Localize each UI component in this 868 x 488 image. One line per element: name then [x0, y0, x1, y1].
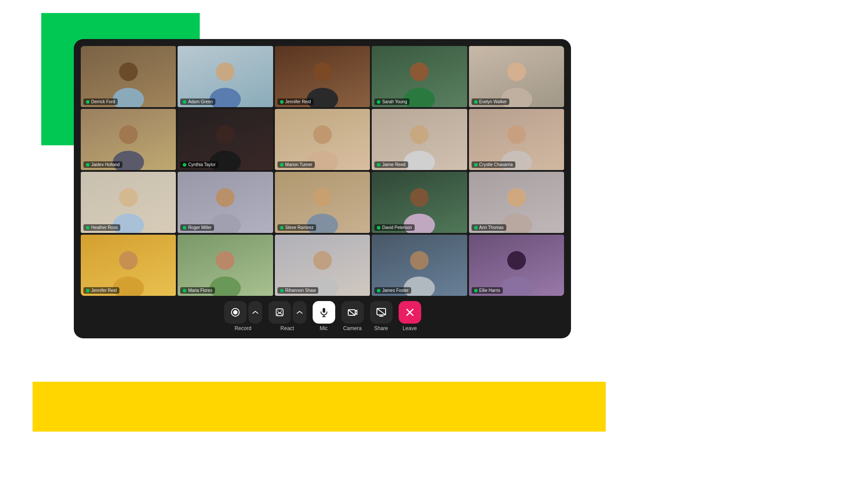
participant-name: Sarah Young [382, 99, 407, 104]
svg-point-24 [313, 188, 332, 207]
svg-point-20 [119, 188, 138, 207]
leave-icon [405, 307, 415, 318]
mic-status-icon [86, 226, 89, 229]
svg-point-1 [113, 88, 144, 107]
mic-status-icon [183, 289, 186, 292]
mic-status-icon [474, 226, 478, 229]
chevron-up-icon-2 [297, 309, 303, 315]
share-label: Share [374, 325, 388, 331]
leave-label: Leave [403, 325, 417, 331]
name-badge: Adam Green [180, 98, 215, 105]
svg-point-10 [119, 125, 138, 144]
svg-point-8 [507, 62, 526, 81]
name-badge: Marion Turner [277, 161, 315, 168]
share-control: Share [370, 301, 393, 331]
participant-name: Marion Turner [285, 162, 312, 167]
mic-status-icon [183, 163, 186, 167]
mic-status-icon [474, 100, 478, 104]
name-badge: Jennifer Reid [277, 98, 314, 105]
participant-name: Ellie Harris [479, 288, 500, 293]
video-tile: Jaime Reed [372, 109, 467, 170]
svg-point-2 [216, 62, 235, 81]
video-tile: Evelyn Walker [469, 46, 564, 107]
svg-rect-43 [323, 308, 325, 313]
participant-name: Ann Thomas [479, 225, 504, 230]
share-icon [376, 307, 386, 318]
participant-name: Jennifer Reid [91, 288, 117, 293]
video-tile: Crystle Chavarria [469, 109, 564, 170]
record-label: Record [234, 325, 251, 331]
mic-status-icon [183, 100, 186, 104]
mic-status-icon [377, 226, 380, 229]
camera-icon [347, 307, 358, 318]
mic-control: Mic [313, 301, 335, 331]
video-grid: Derrick FordAdam GreenJennifer ReidSarah… [81, 46, 564, 296]
camera-button[interactable] [341, 301, 364, 324]
name-badge: Roger Miller [180, 224, 214, 231]
device-frame: Derrick FordAdam GreenJennifer ReidSarah… [74, 39, 571, 338]
participant-name: Roger Miller [188, 225, 211, 230]
camera-label: Camera [343, 325, 362, 331]
svg-line-47 [348, 310, 355, 315]
svg-point-30 [119, 251, 138, 270]
name-badge: Rihannon Shaw [277, 287, 319, 294]
video-tile: Cynthia Taylor [178, 109, 273, 170]
mic-status-icon [377, 289, 380, 292]
participant-name: Crystle Chavarria [479, 162, 513, 167]
video-tile: Derrick Ford [81, 46, 176, 107]
control-bar: Record [81, 296, 564, 334]
name-badge: Derrick Ford [83, 98, 118, 105]
svg-point-39 [501, 277, 532, 296]
mic-status-icon [280, 100, 284, 104]
mic-label: Mic [320, 325, 328, 331]
video-tile: Heather Ross [81, 172, 176, 233]
name-badge: Steve Ramirez [277, 224, 317, 231]
leave-control: Leave [399, 301, 421, 331]
participant-name: David Peterson [382, 225, 412, 230]
name-badge: David Peterson [374, 224, 414, 231]
video-tile: Sarah Young [372, 46, 467, 107]
svg-point-6 [410, 62, 429, 81]
name-badge: Heather Ross [83, 224, 120, 231]
svg-point-36 [410, 251, 429, 270]
participant-name: Jennifer Reid [285, 99, 311, 104]
mic-button[interactable] [313, 301, 335, 324]
svg-point-38 [507, 251, 526, 270]
record-control: Record [224, 301, 262, 331]
react-button[interactable] [268, 301, 291, 324]
video-tile: Jennifer Reid [275, 46, 370, 107]
name-badge: Maria Flores [180, 287, 215, 294]
video-tile: Marion Turner [275, 109, 370, 170]
mic-status-icon [377, 163, 380, 167]
video-tile: Ellie Harris [469, 235, 564, 296]
react-expand-button[interactable] [293, 301, 307, 324]
mic-status-icon [474, 163, 478, 167]
video-tile: Adam Green [178, 46, 273, 107]
participant-name: Heather Ross [91, 225, 118, 230]
participant-name: Jaidev Holland [91, 162, 120, 167]
svg-point-14 [313, 125, 332, 144]
name-badge: Jaime Reed [374, 161, 408, 168]
name-badge: Jaidev Holland [83, 161, 122, 168]
video-tile: David Peterson [372, 172, 467, 233]
mic-status-icon [377, 100, 380, 104]
participant-name: Adam Green [188, 99, 213, 104]
camera-control: Camera [341, 301, 364, 331]
react-control: React [268, 301, 307, 331]
record-button[interactable] [224, 301, 247, 324]
participant-name: Derrick Ford [91, 99, 115, 104]
mic-status-icon [86, 163, 89, 167]
record-expand-button[interactable] [248, 301, 262, 324]
svg-point-16 [410, 125, 429, 144]
mic-icon [319, 307, 329, 318]
video-tile: Jaidev Holland [81, 109, 176, 170]
leave-button[interactable] [399, 301, 421, 324]
mic-status-icon [183, 226, 186, 229]
share-button[interactable] [370, 301, 393, 324]
svg-point-22 [216, 188, 235, 207]
participant-name: Steve Ramirez [285, 225, 314, 230]
chevron-up-icon [252, 309, 258, 315]
react-label: React [281, 325, 294, 331]
video-tile: Ann Thomas [469, 172, 564, 233]
record-icon [230, 307, 241, 318]
